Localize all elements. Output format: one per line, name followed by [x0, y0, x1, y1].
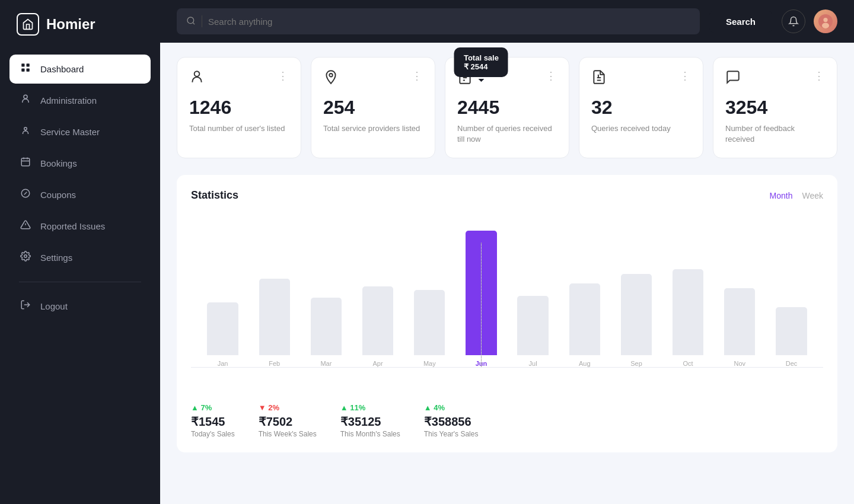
stat-menu-feedback[interactable]: ⋮: [814, 69, 825, 82]
sidebar-item-label: Settings: [40, 253, 72, 263]
bar-sep[interactable]: [621, 274, 652, 355]
chart-tooltip: Total sale₹ 2544: [454, 47, 508, 77]
sidebar-item-coupons[interactable]: Coupons: [9, 180, 151, 209]
bar-feb[interactable]: [259, 279, 290, 355]
chart-col-dec[interactable]: Dec: [766, 213, 817, 367]
stat-menu-providers[interactable]: ⋮: [412, 69, 423, 82]
bar-apr[interactable]: [362, 286, 393, 355]
chart-col-apr[interactable]: Apr: [352, 213, 404, 367]
sidebar-item-label: Coupons: [40, 190, 76, 200]
chart-label-sep: Sep: [630, 360, 642, 367]
period-month-button[interactable]: Month: [770, 191, 793, 200]
stat-label: Total number of user's listed: [189, 123, 289, 134]
avatar[interactable]: [814, 9, 837, 33]
stat-number: 3254: [725, 97, 825, 119]
bookings-icon: [19, 157, 32, 170]
arrow-up-icon: ▲: [340, 403, 348, 412]
sidebar-item-administration[interactable]: Administration: [9, 86, 151, 115]
sidebar-item-label: Bookings: [40, 158, 77, 168]
bar-may[interactable]: [414, 290, 445, 355]
chart-col-jul[interactable]: Jul: [507, 213, 559, 367]
sidebar-item-bookings[interactable]: Bookings: [9, 149, 151, 178]
svg-rect-3: [27, 69, 30, 72]
svg-point-21: [822, 23, 829, 28]
stat-menu-queries-today[interactable]: ⋮: [680, 69, 691, 82]
dashboard-icon: [19, 62, 32, 76]
administration-icon: [19, 94, 32, 107]
chart-label-may: May: [423, 360, 436, 367]
header: Search: [160, 0, 854, 43]
period-week-button[interactable]: Week: [802, 191, 823, 200]
chart-col-may[interactable]: May: [404, 213, 455, 367]
chart-col-sep[interactable]: Sep: [610, 213, 662, 367]
today-label: Today's Sales: [191, 430, 235, 438]
sidebar-item-service-master[interactable]: Service Master: [9, 117, 151, 146]
sidebar-item-label: Administration: [40, 95, 97, 106]
chart-area: JanFebMarAprMayTotal sale₹ 2544JunJulAug…: [191, 213, 823, 391]
stat-label: Total service providers listed: [323, 123, 423, 134]
stat-menu-queries-total[interactable]: ⋮: [546, 69, 557, 82]
search-divider: [202, 15, 202, 27]
chart-label-feb: Feb: [269, 360, 280, 367]
tooltip-line: [481, 243, 482, 367]
month-label: This Month's Sales: [340, 430, 400, 438]
svg-point-23: [329, 74, 332, 76]
statistics-section: Statistics Month Week JanFebMarAprMayTot…: [177, 175, 837, 452]
bar-oct[interactable]: [673, 269, 703, 355]
sidebar-item-settings[interactable]: Settings: [9, 243, 151, 272]
chart-label-nov: Nov: [734, 360, 746, 367]
bottom-stat-month: ▲ 11% ₹35125 This Month's Sales: [340, 403, 400, 438]
sidebar-item-logout[interactable]: Logout: [9, 292, 151, 321]
chart-col-jan[interactable]: Jan: [197, 213, 248, 367]
chart-col-aug[interactable]: Aug: [559, 213, 610, 367]
search-icon: [186, 16, 196, 27]
chart-col-nov[interactable]: Nov: [714, 213, 766, 367]
search-input[interactable]: [208, 17, 690, 27]
bar-jan[interactable]: [207, 302, 238, 355]
queries-today-icon: [591, 69, 607, 88]
stat-number: 1246: [189, 97, 289, 119]
users-icon: [189, 69, 205, 88]
week-value: ₹7502: [259, 414, 317, 429]
search-bar: [177, 8, 700, 34]
search-button[interactable]: Search: [709, 11, 772, 33]
settings-icon: [19, 251, 32, 264]
chart-col-jun[interactable]: Total sale₹ 2544Jun: [455, 213, 507, 367]
stat-card-providers: ⋮ 254 Total service providers listed: [311, 57, 435, 158]
year-value: ₹358856: [424, 414, 479, 429]
month-value: ₹35125: [340, 414, 400, 429]
chart-col-feb[interactable]: Feb: [248, 213, 300, 367]
sidebar-item-label: Logout: [40, 301, 68, 311]
svg-line-12: [24, 192, 27, 195]
stat-card-feedback: ⋮ 3254 Number of feedback received: [713, 57, 837, 158]
sidebar-item-dashboard[interactable]: Dashboard: [9, 55, 151, 84]
chart-label-jul: Jul: [529, 360, 537, 367]
chart-bars: JanFebMarAprMayTotal sale₹ 2544JunJulAug…: [191, 213, 823, 368]
sidebar-item-reported-issues[interactable]: Roported Issues: [9, 212, 151, 241]
notification-bell-button[interactable]: [782, 9, 805, 33]
sidebar: Homier Dashboard Administration: [0, 0, 160, 504]
bar-mar[interactable]: [311, 298, 342, 355]
sidebar-item-label: Service Master: [40, 127, 100, 137]
service-master-icon: [19, 125, 32, 139]
logo-icon: [17, 13, 39, 36]
month-change: ▲ 11%: [340, 403, 400, 412]
svg-rect-7: [21, 158, 30, 166]
bar-nov[interactable]: [724, 288, 755, 355]
week-change: ▼ 2%: [259, 403, 317, 412]
main-area: Search: [160, 0, 854, 504]
week-label: This Week's Sales: [259, 430, 317, 438]
bar-dec[interactable]: [776, 307, 807, 355]
chart-col-mar[interactable]: Mar: [300, 213, 352, 367]
statistics-title: Statistics: [191, 189, 238, 202]
sidebar-item-label: Roported Issues: [40, 221, 105, 231]
stat-card-users: ⋮ 1246 Total number of user's listed: [177, 57, 301, 158]
stat-menu-users[interactable]: ⋮: [278, 69, 289, 82]
chart-col-oct[interactable]: Oct: [662, 213, 714, 367]
bar-jul[interactable]: [517, 296, 548, 355]
period-toggle: Month Week: [770, 191, 823, 200]
svg-line-18: [193, 23, 195, 24]
bar-aug[interactable]: [569, 283, 600, 355]
content: ⋮ 1246 Total number of user's listed ⋮ 2…: [160, 43, 854, 504]
svg-point-20: [823, 18, 827, 22]
